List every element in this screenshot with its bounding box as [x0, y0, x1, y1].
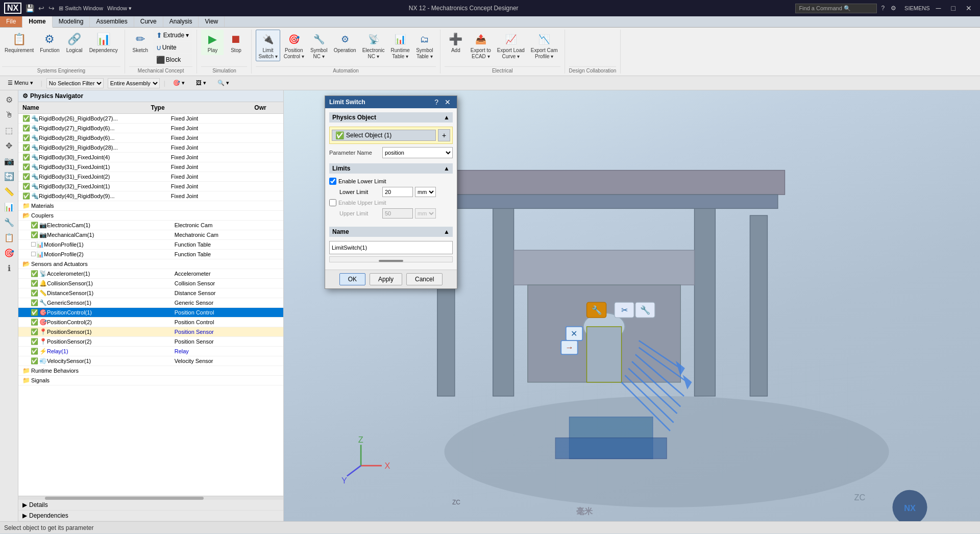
window-menu-btn[interactable]: Window ▾ — [107, 5, 132, 12]
enable-lower-limit-checkbox[interactable] — [329, 178, 336, 185]
menu-dropdown-btn[interactable]: ☰ Menu ▾ — [4, 78, 37, 88]
switch-window-btn[interactable]: ⊞ Switch Window — [59, 5, 103, 12]
lower-limit-input[interactable] — [382, 187, 413, 197]
parameter-name-select[interactable]: position — [382, 147, 453, 158]
stop-button[interactable]: ⏹ Stop — [225, 30, 247, 55]
side-btn-measure[interactable]: 📏 — [2, 184, 16, 199]
view-zoom-btn[interactable]: 🔍 ▾ — [214, 78, 233, 88]
side-btn-layer[interactable]: 📋 — [2, 230, 16, 245]
side-btn-snap[interactable]: 🎯 — [2, 246, 16, 260]
tab-curve[interactable]: Curve — [134, 16, 163, 27]
list-item-highlighted[interactable]: ✅📍PositionSensor(1) Position Sensor — [18, 327, 283, 337]
add-object-button[interactable]: + — [438, 129, 450, 141]
symbol-nc-button[interactable]: 🔧 SymbolNC ▾ — [308, 30, 330, 61]
runtime-table-button[interactable]: 📊 RuntimeTable ▾ — [388, 30, 412, 61]
side-btn-rotate[interactable]: 🔄 — [2, 169, 16, 183]
dialog-scrollbar-thumb[interactable] — [379, 260, 403, 262]
details-expand-row[interactable]: ▶ Details — [18, 500, 283, 511]
list-item[interactable]: ✅🔩RigidBody(31)_FixedJoint(2) Fixed Join… — [18, 172, 283, 182]
3d-viewport[interactable]: 🔧 ✂ 🔧 ✕ → X — [284, 90, 980, 521]
side-btn-select[interactable]: ⬚ — [2, 123, 16, 137]
dialog-close-button[interactable]: ✕ — [443, 98, 453, 106]
view-orient-btn[interactable]: 🎯 ▾ — [169, 78, 188, 88]
horizontal-scrollbar[interactable] — [18, 496, 283, 500]
lower-limit-unit-select[interactable]: mm in — [415, 187, 436, 197]
minimize-button[interactable]: ─ — [932, 3, 945, 13]
search-input-area[interactable]: Find a Command 🔍 — [795, 4, 877, 13]
sketch-button[interactable]: ✏ Sketch — [129, 30, 152, 55]
unite-button[interactable]: ∪ Unite — [153, 42, 193, 53]
play-button[interactable]: ▶ Play — [201, 30, 224, 55]
electronic-nc-button[interactable]: 📡 ElectronicNC ▾ — [360, 30, 387, 61]
folder-materials[interactable]: 📁Materials — [18, 201, 283, 211]
list-item[interactable]: ✅📡Accelerometer(1) Accelerometer — [18, 269, 283, 279]
dialog-help-button[interactable]: ? — [432, 98, 440, 106]
limit-switch-dialog[interactable]: Limit Switch ? ✕ Physics Object ▲ ✅ — [325, 95, 457, 289]
side-btn-camera[interactable]: 📷 — [2, 154, 16, 168]
list-item[interactable]: ✅🔩RigidBody(32)_FixedJoint(1) Fixed Join… — [18, 182, 283, 191]
list-item[interactable]: ✅🔩RigidBody(29)_RigidBody(28)... Fixed J… — [18, 143, 283, 153]
list-item[interactable]: ✅🔔CollisionSensor(1) Collision Sensor — [18, 279, 283, 288]
add-button[interactable]: ➕ Add — [445, 30, 467, 55]
enable-upper-limit-checkbox[interactable] — [329, 199, 336, 206]
list-item[interactable]: ✅📷ElectronicCam(1) Electronic Cam — [18, 221, 283, 230]
tab-assemblies[interactable]: Assemblies — [90, 16, 134, 27]
list-item[interactable]: ✅🔩RigidBody(26)_RigidBody(27)... Fixed J… — [18, 114, 283, 124]
symbol-table-button[interactable]: 🗂 SymbolTable ▾ — [413, 30, 436, 61]
folder-sensors-actuators[interactable]: 📂Sensors and Actuators — [18, 259, 283, 269]
list-item[interactable]: ✅🔩RigidBody(28)_RigidBody(6)... Fixed Jo… — [18, 133, 283, 143]
tab-file[interactable]: File — [0, 16, 22, 27]
folder-signals[interactable]: 📁Signals — [18, 376, 283, 385]
list-item[interactable]: ✅🔩RigidBody(31)_FixedJoint(1) Fixed Join… — [18, 162, 283, 172]
side-btn-filter[interactable]: 🔧 — [2, 215, 16, 229]
limits-section-header[interactable]: Limits ▲ — [329, 163, 453, 174]
side-btn-cursor[interactable]: 🖱 — [2, 108, 16, 122]
tab-modeling[interactable]: Modeling — [53, 16, 90, 27]
list-item[interactable]: ☐📊MotionProfile(1) Function Table — [18, 240, 283, 250]
export-load-curve-button[interactable]: 📈 Export LoadCurve ▾ — [495, 30, 527, 61]
undo-icon[interactable]: ↩ — [38, 4, 44, 12]
list-item[interactable]: ✅🔧GenericSensor(1) Generic Sensor — [18, 298, 283, 308]
export-cam-profile-button[interactable]: 📉 Export CamProfile ▾ — [528, 30, 560, 61]
assembly-scope-select[interactable]: Entire Assembly — [108, 78, 160, 88]
list-item[interactable]: ✅🔩RigidBody(30)_FixedJoint(4) Fixed Join… — [18, 153, 283, 162]
redo-icon[interactable]: ↪ — [48, 4, 55, 12]
logical-button[interactable]: 🔗 Logical — [63, 30, 86, 55]
help-icon[interactable]: ? — [879, 5, 887, 12]
ok-button[interactable]: OK — [339, 273, 365, 285]
list-item-relay[interactable]: ✅⚡Relay(1) Relay — [18, 347, 283, 356]
folder-runtime[interactable]: 📁Runtime Behaviors — [18, 366, 283, 376]
maximize-button[interactable]: □ — [947, 3, 960, 13]
tab-home[interactable]: Home — [22, 16, 52, 28]
list-item[interactable]: ✅💨VelocitySensor(1) Velocity Sensor — [18, 356, 283, 366]
upper-limit-unit-select[interactable]: mm — [415, 208, 436, 219]
list-item[interactable]: ✅🔩RigidBody(40)_RigidBody(9)... Fixed Jo… — [18, 191, 283, 201]
tab-analysis[interactable]: Analysis — [163, 16, 199, 27]
scrollbar-thumb[interactable] — [45, 497, 204, 500]
extrude-button[interactable]: ⬆ Extrude ▾ — [153, 30, 193, 41]
list-item[interactable]: ✅📍PositionSensor(2) Position Sensor — [18, 337, 283, 347]
selection-filter-select[interactable]: No Selection Filter — [46, 78, 104, 88]
side-btn-info[interactable]: ℹ — [2, 261, 16, 275]
upper-limit-input[interactable] — [382, 208, 413, 219]
cancel-button[interactable]: Cancel — [406, 273, 443, 285]
operation-button[interactable]: ⚙ Operation — [331, 30, 359, 55]
list-item-selected[interactable]: ✅🎯PositionControl(1) Position Control — [18, 308, 283, 318]
block-button[interactable]: ⬛ Block — [153, 54, 193, 65]
position-control-button[interactable]: 🎯 PositionControl ▾ — [281, 30, 307, 61]
select-object-button[interactable]: ✅ Select Object (1) — [332, 130, 436, 141]
tab-view[interactable]: View — [199, 16, 225, 27]
function-button[interactable]: ⚙ Function — [37, 30, 62, 55]
limit-switch-button[interactable]: 🔌 LimitSwitch ▾ — [256, 30, 280, 61]
settings-icon[interactable]: ⚙ — [889, 5, 898, 12]
physics-object-section-header[interactable]: Physics Object ▲ — [329, 112, 453, 123]
list-item[interactable]: ✅📷MechanicalCam(1) Mechatronic Cam — [18, 230, 283, 240]
requirement-button[interactable]: 📋 Requirement — [2, 30, 36, 55]
list-item[interactable]: ✅🎯PositionControl(2) Position Control — [18, 318, 283, 327]
dependency-button[interactable]: 📊 Dependency — [87, 30, 120, 55]
list-item[interactable]: ✅📏DistanceSensor(1) Distance Sensor — [18, 288, 283, 298]
list-item[interactable]: ☐📊MotionProfile(2) Function Table — [18, 250, 283, 259]
side-btn-gear[interactable]: ⚙ — [2, 92, 16, 107]
export-ecad-button[interactable]: 📤 Export toECAD ▾ — [468, 30, 494, 61]
side-btn-move[interactable]: ✥ — [2, 138, 16, 153]
